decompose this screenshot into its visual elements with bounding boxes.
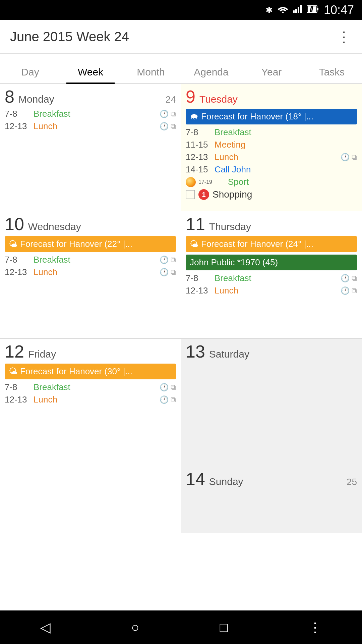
weather-partly-cloudy-icon: 🌤 [9,239,17,249]
header-title: June 2015 Week 24 [10,29,129,44]
tab-tasks[interactable]: Tasks [302,66,362,83]
calendar-grid: 8 Monday 24 7-8 Breakfast 🕐 ⧉ 12-13 Lunc… [0,84,362,533]
day-sunday[interactable]: 14 Sunday 25 [181,466,362,533]
svg-rect-6 [317,8,318,10]
weather-sun-icon: 🌤 [190,239,198,249]
day-header-friday: 12 Friday [5,343,176,360]
day-name-friday: Friday [28,348,56,360]
tab-month[interactable]: Month [121,66,181,83]
wifi-icon [278,5,288,15]
status-icons: ✱ 10:47 [265,3,354,17]
day-name-saturday: Saturday [209,348,249,360]
event-thursday-birthday[interactable]: John Public *1970 (45) [186,255,357,270]
home-button[interactable]: ○ [131,620,139,635]
day-wednesday[interactable]: 10 Wednesday 🌤 Forecast for Hanover (22°… [0,211,181,339]
status-bar: ✱ 10:47 [0,0,362,20]
day-monday[interactable]: 8 Monday 24 7-8 Breakfast 🕐 ⧉ 12-13 Lunc… [0,84,181,211]
event-tuesday-lunch[interactable]: 12-13 Lunch 🕐 ⧉ [186,152,357,162]
event-tuesday-calljohn[interactable]: 14-15 Call John [186,164,357,175]
day-saturday[interactable]: 13 Saturday [181,339,362,466]
header: June 2015 Week 24 ⋮ [0,20,362,54]
day-number-monday: 8 [5,88,14,105]
day-number-thursday: 11 [186,215,205,233]
event-wednesday-lunch[interactable]: 12-13 Lunch 🕐 ⧉ [5,267,176,277]
svg-rect-2 [295,9,297,13]
svg-rect-3 [298,7,299,13]
bottom-navigation: ◁ ○ □ ⋮ [0,610,362,644]
battery-icon [307,5,319,15]
day-friday[interactable]: 12 Friday 🌤 Forecast for Hanover (30° |.… [0,339,181,466]
day-thursday[interactable]: 11 Thursday 🌤 Forecast for Hanover (24° … [181,211,362,339]
week-number-monday: 24 [166,94,176,105]
event-tuesday-forecast[interactable]: 🌧 Forecast for Hanover (18° |... [186,109,357,124]
day-header-wednesday: 10 Wednesday [5,215,176,233]
tab-agenda[interactable]: Agenda [181,66,241,83]
overflow-menu-icon[interactable]: ⋮ [337,30,352,44]
bottom-spacer [0,533,362,567]
recents-button[interactable]: □ [220,620,228,635]
weather-sunny-icon: 🌤 [9,366,17,377]
event-monday-breakfast[interactable]: 7-8 Breakfast 🕐 ⧉ [5,109,176,119]
day-header-sunday: 14 Sunday 25 [186,470,357,488]
bluetooth-icon: ✱ [265,5,273,15]
week-number-sunday: 25 [347,477,357,487]
day-number-tuesday: 9 [186,88,195,105]
event-thursday-forecast[interactable]: 🌤 Forecast for Hanover (24° |... [186,236,357,252]
day-name-wednesday: Wednesday [28,221,81,232]
status-time: 10:47 [324,3,354,17]
event-tuesday-shopping[interactable]: 1 Shopping [186,189,357,200]
tab-day[interactable]: Day [0,66,60,83]
event-wednesday-breakfast[interactable]: 7-8 Breakfast 🕐 ⧉ [5,255,176,265]
day-header-saturday: 13 Saturday [186,343,357,360]
tab-bar: Day Week Month Agenda Year Tasks [0,54,362,84]
event-friday-breakfast[interactable]: 7-8 Breakfast 🕐 ⧉ [5,382,176,392]
day-name-sunday: Sunday [209,476,243,487]
event-friday-forecast[interactable]: 🌤 Forecast for Hanover (30° |... [5,364,176,379]
overflow-nav-button[interactable]: ⋮ [308,620,322,635]
weather-rain-icon: 🌧 [190,111,198,122]
day-number-saturday: 13 [186,343,205,360]
day-header-thursday: 11 Thursday [186,215,357,233]
svg-rect-4 [300,5,302,13]
tab-week[interactable]: Week [60,66,121,83]
event-tuesday-meeting[interactable]: 11-15 Meeting [186,140,357,150]
event-thursday-lunch[interactable]: 12-13 Lunch 🕐 ⧉ [186,285,357,296]
event-friday-lunch[interactable]: 12-13 Lunch 🕐 ⧉ [5,394,176,405]
tab-year[interactable]: Year [241,66,302,83]
event-wednesday-forecast[interactable]: 🌤 Forecast for Hanover (22° |... [5,236,176,252]
day-name-monday: Monday [18,94,54,105]
shopping-checkbox[interactable] [186,190,195,199]
back-button[interactable]: ◁ [40,620,51,635]
shopping-badge: 1 [198,189,209,200]
signal-icon [293,5,302,15]
day-number-wednesday: 10 [5,215,24,233]
day-name-tuesday: Tuesday [199,94,238,105]
day-number-sunday: 14 [186,470,205,488]
event-tuesday-breakfast[interactable]: 7-8 Breakfast [186,127,357,138]
event-thursday-breakfast[interactable]: 7-8 Breakfast 🕐 ⧉ [186,273,357,283]
svg-rect-1 [293,10,295,13]
svg-point-0 [282,11,284,13]
event-monday-lunch[interactable]: 12-13 Lunch 🕐 ⧉ [5,121,176,131]
day-header-monday: 8 Monday 24 [5,88,176,105]
day-number-friday: 12 [5,343,24,360]
day-name-thursday: Thursday [209,221,251,232]
day-header-tuesday: 9 Tuesday [186,88,357,105]
event-tuesday-sport[interactable]: 17-19 Sport [186,177,357,187]
day-tuesday[interactable]: 9 Tuesday 🌧 Forecast for Hanover (18° |.… [181,84,362,211]
coin-icon [186,177,196,187]
